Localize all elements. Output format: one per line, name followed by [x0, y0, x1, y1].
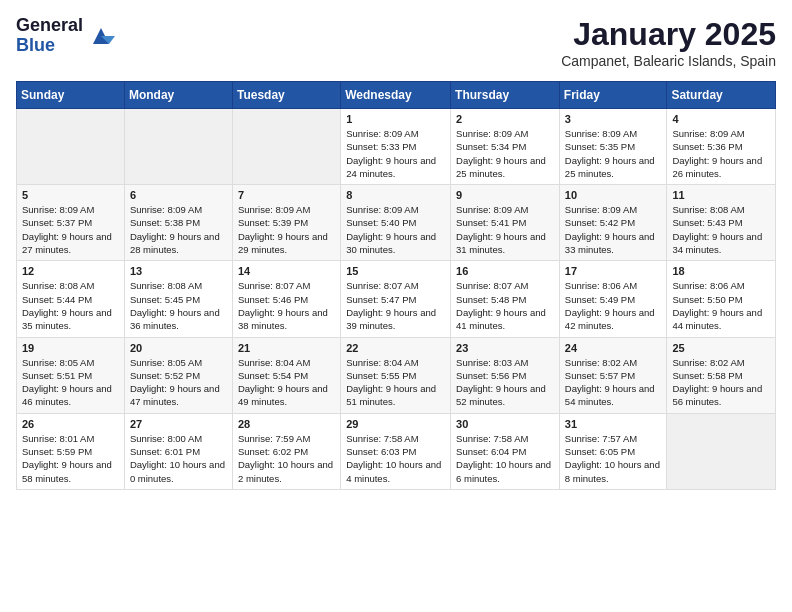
- calendar-cell: 29Sunrise: 7:58 AMSunset: 6:03 PMDayligh…: [341, 413, 451, 489]
- calendar-cell: 2Sunrise: 8:09 AMSunset: 5:34 PMDaylight…: [451, 109, 560, 185]
- calendar-week-row: 12Sunrise: 8:08 AMSunset: 5:44 PMDayligh…: [17, 261, 776, 337]
- day-number: 15: [346, 265, 445, 277]
- calendar-cell: 22Sunrise: 8:04 AMSunset: 5:55 PMDayligh…: [341, 337, 451, 413]
- day-info: Sunrise: 8:09 AMSunset: 5:35 PMDaylight:…: [565, 127, 662, 180]
- calendar-cell: 4Sunrise: 8:09 AMSunset: 5:36 PMDaylight…: [667, 109, 776, 185]
- logo: General Blue: [16, 16, 115, 56]
- day-number: 25: [672, 342, 770, 354]
- calendar-cell: 3Sunrise: 8:09 AMSunset: 5:35 PMDaylight…: [559, 109, 667, 185]
- calendar-cell: 26Sunrise: 8:01 AMSunset: 5:59 PMDayligh…: [17, 413, 125, 489]
- day-info: Sunrise: 8:07 AMSunset: 5:47 PMDaylight:…: [346, 279, 445, 332]
- day-info: Sunrise: 8:08 AMSunset: 5:45 PMDaylight:…: [130, 279, 227, 332]
- calendar-cell: [124, 109, 232, 185]
- day-number: 10: [565, 189, 662, 201]
- day-info: Sunrise: 8:06 AMSunset: 5:50 PMDaylight:…: [672, 279, 770, 332]
- calendar-cell: 13Sunrise: 8:08 AMSunset: 5:45 PMDayligh…: [124, 261, 232, 337]
- calendar-table: SundayMondayTuesdayWednesdayThursdayFrid…: [16, 81, 776, 490]
- calendar-cell: 18Sunrise: 8:06 AMSunset: 5:50 PMDayligh…: [667, 261, 776, 337]
- calendar-subtitle: Campanet, Balearic Islands, Spain: [561, 53, 776, 69]
- calendar-cell: 5Sunrise: 8:09 AMSunset: 5:37 PMDaylight…: [17, 185, 125, 261]
- title-section: January 2025 Campanet, Balearic Islands,…: [561, 16, 776, 69]
- calendar-cell: [17, 109, 125, 185]
- day-number: 1: [346, 113, 445, 125]
- logo-general: General: [16, 16, 83, 36]
- day-info: Sunrise: 8:09 AMSunset: 5:40 PMDaylight:…: [346, 203, 445, 256]
- calendar-cell: 23Sunrise: 8:03 AMSunset: 5:56 PMDayligh…: [451, 337, 560, 413]
- day-number: 17: [565, 265, 662, 277]
- day-info: Sunrise: 8:05 AMSunset: 5:52 PMDaylight:…: [130, 356, 227, 409]
- calendar-cell: 24Sunrise: 8:02 AMSunset: 5:57 PMDayligh…: [559, 337, 667, 413]
- calendar-title: January 2025: [561, 16, 776, 53]
- weekday-header-monday: Monday: [124, 82, 232, 109]
- day-number: 13: [130, 265, 227, 277]
- day-number: 22: [346, 342, 445, 354]
- day-info: Sunrise: 8:09 AMSunset: 5:33 PMDaylight:…: [346, 127, 445, 180]
- calendar-cell: 15Sunrise: 8:07 AMSunset: 5:47 PMDayligh…: [341, 261, 451, 337]
- day-number: 29: [346, 418, 445, 430]
- day-number: 8: [346, 189, 445, 201]
- day-number: 19: [22, 342, 119, 354]
- day-number: 16: [456, 265, 554, 277]
- weekday-header-wednesday: Wednesday: [341, 82, 451, 109]
- calendar-cell: 20Sunrise: 8:05 AMSunset: 5:52 PMDayligh…: [124, 337, 232, 413]
- day-number: 27: [130, 418, 227, 430]
- day-info: Sunrise: 7:57 AMSunset: 6:05 PMDaylight:…: [565, 432, 662, 485]
- day-info: Sunrise: 8:02 AMSunset: 5:58 PMDaylight:…: [672, 356, 770, 409]
- calendar-cell: 30Sunrise: 7:58 AMSunset: 6:04 PMDayligh…: [451, 413, 560, 489]
- calendar-week-row: 19Sunrise: 8:05 AMSunset: 5:51 PMDayligh…: [17, 337, 776, 413]
- day-info: Sunrise: 8:00 AMSunset: 6:01 PMDaylight:…: [130, 432, 227, 485]
- day-info: Sunrise: 8:09 AMSunset: 5:36 PMDaylight:…: [672, 127, 770, 180]
- calendar-week-row: 1Sunrise: 8:09 AMSunset: 5:33 PMDaylight…: [17, 109, 776, 185]
- day-info: Sunrise: 8:09 AMSunset: 5:41 PMDaylight:…: [456, 203, 554, 256]
- day-info: Sunrise: 7:59 AMSunset: 6:02 PMDaylight:…: [238, 432, 335, 485]
- day-number: 9: [456, 189, 554, 201]
- logo-text: General Blue: [16, 16, 83, 56]
- calendar-cell: 19Sunrise: 8:05 AMSunset: 5:51 PMDayligh…: [17, 337, 125, 413]
- calendar-cell: 12Sunrise: 8:08 AMSunset: 5:44 PMDayligh…: [17, 261, 125, 337]
- day-info: Sunrise: 8:09 AMSunset: 5:34 PMDaylight:…: [456, 127, 554, 180]
- calendar-cell: 27Sunrise: 8:00 AMSunset: 6:01 PMDayligh…: [124, 413, 232, 489]
- day-number: 20: [130, 342, 227, 354]
- day-info: Sunrise: 8:02 AMSunset: 5:57 PMDaylight:…: [565, 356, 662, 409]
- weekday-header-friday: Friday: [559, 82, 667, 109]
- day-info: Sunrise: 8:04 AMSunset: 5:55 PMDaylight:…: [346, 356, 445, 409]
- day-number: 11: [672, 189, 770, 201]
- day-info: Sunrise: 8:09 AMSunset: 5:38 PMDaylight:…: [130, 203, 227, 256]
- day-number: 12: [22, 265, 119, 277]
- calendar-cell: 17Sunrise: 8:06 AMSunset: 5:49 PMDayligh…: [559, 261, 667, 337]
- calendar-cell: 14Sunrise: 8:07 AMSunset: 5:46 PMDayligh…: [232, 261, 340, 337]
- calendar-cell: 31Sunrise: 7:57 AMSunset: 6:05 PMDayligh…: [559, 413, 667, 489]
- calendar-cell: 11Sunrise: 8:08 AMSunset: 5:43 PMDayligh…: [667, 185, 776, 261]
- calendar-week-row: 5Sunrise: 8:09 AMSunset: 5:37 PMDaylight…: [17, 185, 776, 261]
- weekday-header-saturday: Saturday: [667, 82, 776, 109]
- day-info: Sunrise: 8:05 AMSunset: 5:51 PMDaylight:…: [22, 356, 119, 409]
- day-info: Sunrise: 8:09 AMSunset: 5:37 PMDaylight:…: [22, 203, 119, 256]
- day-info: Sunrise: 8:09 AMSunset: 5:42 PMDaylight:…: [565, 203, 662, 256]
- weekday-header-row: SundayMondayTuesdayWednesdayThursdayFrid…: [17, 82, 776, 109]
- day-number: 2: [456, 113, 554, 125]
- day-number: 3: [565, 113, 662, 125]
- day-number: 30: [456, 418, 554, 430]
- day-info: Sunrise: 8:08 AMSunset: 5:44 PMDaylight:…: [22, 279, 119, 332]
- calendar-cell: 28Sunrise: 7:59 AMSunset: 6:02 PMDayligh…: [232, 413, 340, 489]
- calendar-cell: 21Sunrise: 8:04 AMSunset: 5:54 PMDayligh…: [232, 337, 340, 413]
- day-number: 26: [22, 418, 119, 430]
- day-number: 21: [238, 342, 335, 354]
- day-info: Sunrise: 7:58 AMSunset: 6:03 PMDaylight:…: [346, 432, 445, 485]
- day-number: 28: [238, 418, 335, 430]
- day-number: 4: [672, 113, 770, 125]
- weekday-header-tuesday: Tuesday: [232, 82, 340, 109]
- day-info: Sunrise: 8:07 AMSunset: 5:48 PMDaylight:…: [456, 279, 554, 332]
- day-number: 24: [565, 342, 662, 354]
- calendar-week-row: 26Sunrise: 8:01 AMSunset: 5:59 PMDayligh…: [17, 413, 776, 489]
- day-number: 31: [565, 418, 662, 430]
- calendar-cell: 25Sunrise: 8:02 AMSunset: 5:58 PMDayligh…: [667, 337, 776, 413]
- day-number: 5: [22, 189, 119, 201]
- day-number: 6: [130, 189, 227, 201]
- calendar-cell: 10Sunrise: 8:09 AMSunset: 5:42 PMDayligh…: [559, 185, 667, 261]
- page-header: General Blue January 2025 Campanet, Bale…: [16, 16, 776, 69]
- calendar-cell: 6Sunrise: 8:09 AMSunset: 5:38 PMDaylight…: [124, 185, 232, 261]
- calendar-cell: 1Sunrise: 8:09 AMSunset: 5:33 PMDaylight…: [341, 109, 451, 185]
- calendar-cell: 8Sunrise: 8:09 AMSunset: 5:40 PMDaylight…: [341, 185, 451, 261]
- logo-icon: [87, 22, 115, 50]
